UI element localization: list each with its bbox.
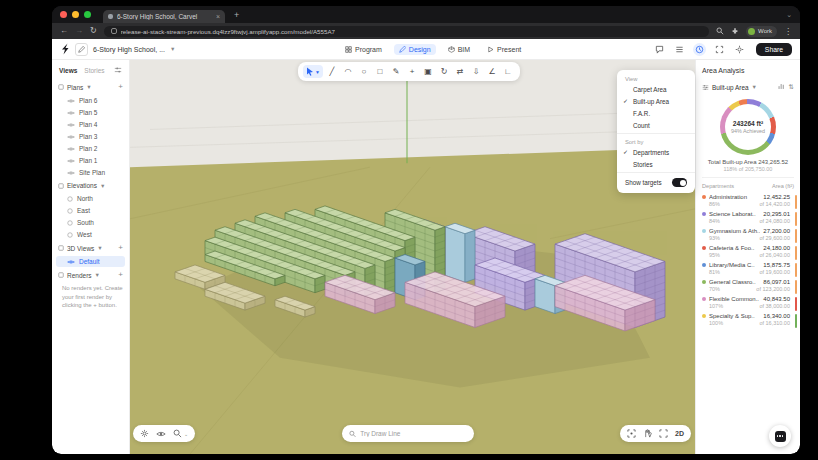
item-visibility-icon[interactable] [67, 134, 75, 140]
item-site-plan[interactable]: Site Plan [56, 167, 125, 178]
project-title-chevron-icon[interactable]: ▼ [170, 46, 175, 52]
share-button[interactable]: Share [756, 43, 792, 56]
fullscreen-icon[interactable] [713, 43, 726, 56]
close-window-button[interactable] [60, 11, 67, 18]
section-header-elevations[interactable]: Elevations▼ [56, 179, 125, 192]
item-visibility-icon[interactable] [67, 110, 75, 116]
item-plan-2[interactable]: Plan 2 [56, 143, 125, 154]
menu-view-built-up-area[interactable]: ✓Built-up Area [617, 95, 695, 107]
rectangle-tool[interactable]: □ [373, 65, 387, 78]
department-row[interactable]: Administration12,452.2586%of 14,420.00 [702, 192, 794, 209]
item-default[interactable]: Default [56, 256, 125, 267]
extensions-icon[interactable] [731, 27, 739, 35]
item-plan-6[interactable]: Plan 6 [56, 95, 125, 106]
zoom-tool-icon[interactable]: ⌄ [173, 429, 188, 438]
app-logo-icon[interactable] [60, 43, 70, 55]
item-visibility-icon[interactable] [67, 158, 75, 164]
display-settings-gear-icon[interactable] [140, 429, 149, 438]
menu-sort-stories[interactable]: Stories [617, 158, 695, 170]
add-plans-button[interactable]: + [118, 83, 123, 91]
chart-view-icon[interactable] [778, 83, 785, 91]
item-visibility-icon[interactable] [67, 98, 75, 104]
maximize-window-button[interactable] [84, 11, 91, 18]
item-visibility-icon[interactable] [67, 122, 75, 128]
browser-tab[interactable]: 6-Story High School, Carvel × [103, 10, 225, 23]
add-renders-button[interactable]: + [118, 271, 123, 279]
site-info-icon[interactable] [111, 28, 117, 34]
menu-view-carpet-area[interactable]: Carpet Area [617, 83, 695, 95]
pushpull-tool[interactable]: ⇩ [469, 65, 483, 78]
item-plan-4[interactable]: Plan 4 [56, 119, 125, 130]
move-tool[interactable]: + [405, 65, 419, 78]
window-controls[interactable] [60, 11, 91, 18]
3d-scene[interactable] [130, 60, 695, 454]
sort-icon[interactable]: ⇅ [789, 83, 794, 91]
department-row[interactable]: Cafeteria & Foo..24,180.0095%of 26,040.0… [702, 243, 794, 260]
arc-tool[interactable]: ◠ [341, 65, 355, 78]
department-row[interactable]: Library/Media C..15,875.7581%of 19,600.0… [702, 260, 794, 277]
nav-bim[interactable]: BIM [443, 44, 475, 55]
item-east[interactable]: East [56, 205, 125, 216]
command-search-bar[interactable] [342, 425, 474, 442]
model-canvas[interactable]: ▼╱◠○□✎+▣↻⇄⇩∠∟ ⌄ [130, 60, 695, 454]
flip-tool[interactable]: ⇄ [453, 65, 467, 78]
browser-search-icon[interactable] [716, 27, 724, 35]
copy-tool[interactable]: ▣ [421, 65, 435, 78]
item-south[interactable]: South [56, 217, 125, 228]
nav-design[interactable]: Design [394, 44, 436, 55]
item-west[interactable]: West [56, 229, 125, 240]
item-visibility-icon[interactable] [67, 208, 73, 214]
reload-icon[interactable]: ↻ [90, 27, 97, 35]
department-row[interactable]: Specialty & Sup..16,340.00100%of 16,310.… [702, 311, 794, 328]
item-north[interactable]: North [56, 193, 125, 204]
item-visibility-icon[interactable] [67, 196, 73, 202]
browser-menu-kebab-icon[interactable]: ⋮ [784, 27, 792, 36]
nav-present[interactable]: Present [482, 44, 526, 55]
department-row[interactable]: Science Laborat..20,295.0184%of 24,080.0… [702, 209, 794, 226]
item-visibility-icon[interactable] [67, 220, 73, 226]
visibility-eye-icon[interactable] [156, 430, 166, 438]
new-tab-button[interactable]: + [234, 10, 239, 20]
menu-view-f-a-r-[interactable]: F.A.R. [617, 107, 695, 119]
sidebar-filter-icon[interactable] [114, 66, 122, 74]
add-3d-views-button[interactable]: + [118, 244, 123, 252]
zoom-fit-icon[interactable] [627, 429, 636, 438]
item-visibility-icon[interactable] [67, 170, 75, 176]
expand-viewport-icon[interactable] [659, 429, 668, 438]
item-visibility-icon[interactable] [67, 259, 75, 265]
item-visibility-icon[interactable] [67, 232, 73, 238]
model-block-blue[interactable] [445, 223, 475, 282]
browser-profile-chip[interactable]: Work [746, 26, 777, 37]
project-title[interactable]: 6-Story High School, ... [93, 46, 165, 53]
item-visibility-icon[interactable] [67, 146, 75, 152]
back-icon[interactable]: ← [60, 27, 68, 35]
department-row[interactable]: Gymnasium & Ath..27,200.0093%of 29,600.0… [702, 226, 794, 243]
measure-tool[interactable]: ∠ [485, 65, 499, 78]
list-icon[interactable] [673, 43, 686, 56]
edit-project-name-button[interactable] [75, 43, 88, 56]
item-plan-3[interactable]: Plan 3 [56, 131, 125, 142]
section-header-3d-views[interactable]: 3D Views▼+ [56, 241, 125, 255]
toggle-2d-button[interactable]: 2D [675, 430, 684, 437]
search-input[interactable] [360, 430, 467, 437]
appearance-sun-icon[interactable] [733, 43, 746, 56]
department-row[interactable]: Flexible Common..40,843.50107%of 38,000.… [702, 294, 794, 311]
comments-icon[interactable] [653, 43, 666, 56]
tool-dropdown-chevron-icon[interactable]: ▼ [315, 69, 320, 75]
url-bar[interactable]: release-ai-stack-stream-previous.dq4lzz9… [104, 26, 709, 37]
item-plan-5[interactable]: Plan 5 [56, 107, 125, 118]
nav-program[interactable]: Program [340, 44, 387, 55]
assistant-chat-button[interactable] [769, 425, 791, 447]
show-targets-toggle[interactable] [672, 178, 687, 187]
minimize-window-button[interactable] [72, 11, 79, 18]
rotate-tool[interactable]: ↻ [437, 65, 451, 78]
section-header-renders[interactable]: Renders▼+ [56, 268, 125, 282]
circle-tool[interactable]: ○ [357, 65, 371, 78]
menu-view-count[interactable]: Count [617, 119, 695, 131]
pan-hand-icon[interactable] [643, 429, 652, 438]
item-plan-1[interactable]: Plan 1 [56, 155, 125, 166]
tab-close-icon[interactable]: × [216, 13, 220, 20]
tab-views[interactable]: Views [59, 67, 77, 74]
forward-icon[interactable]: → [75, 27, 83, 35]
department-row[interactable]: General Classro..86,097.0170%of 123,200.… [702, 277, 794, 294]
